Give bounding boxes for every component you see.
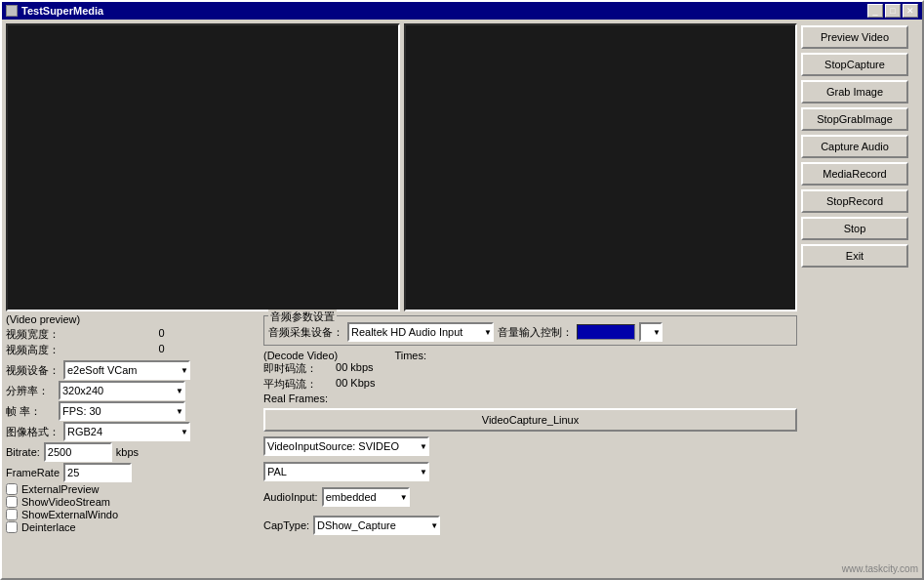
pal-select[interactable]: PAL	[263, 462, 429, 481]
captype-row: CapType: DShow_Capture	[263, 516, 797, 535]
decode-info-area: (Decode Video) 即时码流： 00 kbps 平均码流： 00 Kb…	[263, 350, 797, 404]
fps-select-wrapper: FPS: 30	[59, 401, 185, 421]
audio-section-title: 音频参数设置	[268, 310, 337, 324]
decode-video-box	[404, 23, 798, 311]
captype-select-wrapper: DShow_Capture	[313, 516, 440, 535]
resolution-select-wrapper: 320x240	[59, 381, 185, 400]
audio-input-label: AudioInput:	[263, 491, 318, 503]
right-panel: Preview Video StopCapture Grab Image Sto…	[801, 23, 918, 574]
capture-audio-button[interactable]: Capture Audio	[801, 135, 908, 158]
decode-left: (Decode Video) 即时码流： 00 kbps 平均码流： 00 Kb…	[263, 350, 375, 404]
show-external-windo-row: ShowExternalWindo	[6, 509, 260, 520]
video-input-row: VideoInputSource: SVIDEO	[263, 436, 797, 456]
grab-image-button[interactable]: Grab Image	[801, 80, 908, 104]
left-controls: (Video preview) 视频宽度： 0 视频高度： 0 视频设备： e2…	[6, 313, 260, 537]
device-label: 视频设备：	[6, 363, 60, 378]
main-window: TestSuperMedia _ □ ✕ (Video preview)	[0, 0, 924, 580]
device-select[interactable]: e2eSoft VCam	[63, 360, 190, 380]
realtime-value: 00 kbps	[336, 361, 375, 376]
framerate-row: FrameRate	[6, 463, 260, 482]
audio-input-row: AudioInput: embedded	[263, 487, 797, 507]
close-button[interactable]: ✕	[903, 4, 918, 18]
pal-select-wrapper: PAL	[263, 462, 429, 481]
volume-select[interactable]	[639, 322, 663, 342]
deinterlace-checkbox[interactable]	[6, 521, 18, 533]
width-label: 视频宽度：	[6, 327, 154, 342]
format-label: 图像格式：	[6, 425, 60, 439]
show-video-stream-row: ShowVideoStream	[6, 496, 260, 508]
framerate-label: FrameRate	[6, 467, 60, 478]
device-select-wrapper: e2eSoft VCam	[63, 360, 190, 380]
deinterlace-label: Deinterlace	[21, 521, 76, 533]
framerate-input[interactable]	[63, 463, 132, 482]
fps-select[interactable]: FPS: 30	[59, 401, 185, 421]
stop-record-button[interactable]: StopRecord	[801, 189, 908, 213]
volume-control[interactable]	[577, 324, 635, 340]
right-controls: 音频参数设置 音频采集设备： Realtek HD Audio Input 音量…	[263, 313, 797, 537]
bitrate-input[interactable]	[44, 442, 112, 462]
decode-title: (Decode Video)	[263, 350, 375, 361]
video-input-select[interactable]: VideoInputSource: SVIDEO	[263, 436, 429, 456]
decode-section: (Decode Video) 即时码流： 00 kbps 平均码流： 00 Kb…	[263, 348, 797, 537]
video-capture-linux-button[interactable]: VideoCapture_Linux	[263, 408, 797, 432]
show-external-windo-checkbox[interactable]	[6, 509, 18, 520]
fps-label: 帧 率：	[6, 404, 55, 419]
volume-label: 音量输入控制：	[498, 325, 573, 340]
title-bar-left: TestSuperMedia	[6, 5, 103, 17]
height-value: 0	[158, 343, 260, 357]
pal-row: PAL	[263, 462, 797, 481]
preview-video-box	[6, 23, 400, 311]
video-panels	[6, 23, 797, 311]
title-bar: TestSuperMedia _ □ ✕	[2, 2, 922, 20]
external-preview-row: ExternalPreview	[6, 483, 260, 495]
stop-button[interactable]: Stop	[801, 217, 908, 240]
window-title: TestSuperMedia	[21, 5, 103, 17]
exit-button[interactable]: Exit	[801, 244, 908, 268]
show-video-stream-checkbox[interactable]	[6, 496, 18, 508]
video-input-select-wrapper: VideoInputSource: SVIDEO	[263, 436, 429, 456]
realtime-label: 即时码流：	[263, 361, 328, 376]
real-frames-value	[336, 393, 375, 404]
audio-device-label: 音频采集设备：	[268, 325, 343, 340]
resolution-select[interactable]: 320x240	[59, 381, 185, 400]
volume-select-wrapper	[639, 322, 663, 342]
bitrate-unit: kbps	[116, 446, 139, 458]
bitrate-row: Bitrate: kbps	[6, 442, 260, 462]
audio-input-select-wrapper: embedded	[322, 487, 410, 507]
width-value: 0	[158, 327, 260, 342]
maximize-button[interactable]: □	[885, 4, 901, 18]
watermark: www.taskcity.com	[801, 563, 918, 574]
media-record-button[interactable]: MediaRecord	[801, 162, 908, 186]
video-info-grid: 视频宽度： 0 视频高度： 0	[6, 325, 260, 359]
title-bar-buttons: _ □ ✕	[867, 4, 918, 18]
captype-select[interactable]: DShow_Capture	[313, 516, 440, 535]
audio-device-select-wrapper: Realtek HD Audio Input	[347, 322, 494, 342]
app-icon	[6, 5, 18, 17]
deinterlace-row: Deinterlace	[6, 521, 260, 533]
audio-section: 音频参数设置 音频采集设备： Realtek HD Audio Input 音量…	[263, 315, 797, 346]
stop-grab-image-button[interactable]: StopGrabImage	[801, 107, 908, 131]
avg-value: 00 Kbps	[336, 377, 375, 392]
audio-input-select[interactable]: embedded	[322, 487, 410, 507]
stop-capture-button[interactable]: StopCapture	[801, 53, 908, 76]
avg-label: 平均码流：	[263, 377, 328, 392]
format-select[interactable]: RGB24	[63, 422, 190, 441]
external-preview-label: ExternalPreview	[21, 483, 99, 495]
minimize-button[interactable]: _	[867, 4, 883, 18]
decode-times: Times:	[394, 350, 426, 361]
left-panel: (Video preview) 视频宽度： 0 视频高度： 0 视频设备： e2…	[6, 23, 797, 574]
bottom-controls: (Video preview) 视频宽度： 0 视频高度： 0 视频设备： e2…	[6, 313, 797, 537]
fps-row: 帧 率： FPS: 30	[6, 401, 260, 421]
bitrate-label: Bitrate:	[6, 446, 40, 458]
decode-right: VideoCapture_Linux VideoInputSource: SVI…	[263, 408, 797, 508]
height-label: 视频高度：	[6, 343, 154, 357]
content-area: (Video preview) 视频宽度： 0 视频高度： 0 视频设备： e2…	[2, 20, 922, 578]
external-preview-checkbox[interactable]	[6, 483, 18, 495]
times-label: Times:	[394, 350, 426, 361]
preview-video-button[interactable]: Preview Video	[801, 25, 908, 49]
captype-label: CapType:	[263, 519, 309, 531]
audio-device-row: 音频采集设备： Realtek HD Audio Input 音量输入控制：	[268, 322, 792, 342]
format-row: 图像格式： RGB24	[6, 422, 260, 441]
audio-device-select[interactable]: Realtek HD Audio Input	[347, 322, 494, 342]
resolution-label: 分辨率：	[6, 384, 55, 398]
